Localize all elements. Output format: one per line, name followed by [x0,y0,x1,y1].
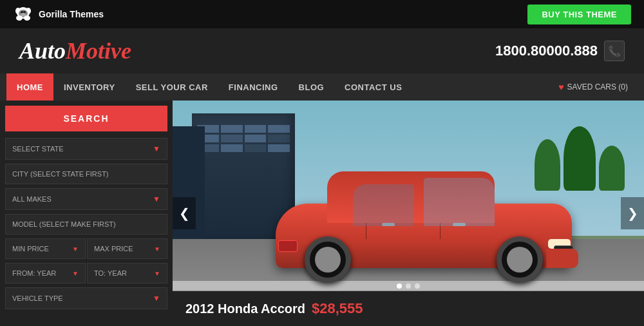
slider-dots [397,283,420,289]
main-content: SEARCH SELECT STATE ▼ CITY (SELECT STATE… [0,101,644,326]
vehicle-type-arrow-icon: ▼ [153,294,160,303]
wheel-right [497,236,543,283]
city-select[interactable]: CITY (SELECT STATE FIRST) [5,164,167,184]
car-price: $28,555 [312,300,363,317]
vehicle-type-label: VEHICLE TYPE [12,294,63,302]
nav-item-sell-your-car[interactable]: SELL YOUR CAR [126,73,218,101]
logo-motive: Motive [66,38,131,64]
topbar: Gorilla Themes BUY THIS THEME [0,0,644,28]
nav-item-blog[interactable]: BLOG [289,73,335,101]
state-select[interactable]: SELECT STATE ▼ [5,138,167,160]
windshield-front [424,178,495,226]
topbar-logo: Gorilla Themes [13,4,104,24]
to-year-select[interactable]: TO: YEAR ▼ [87,263,167,283]
min-price-select[interactable]: MIN PRICE ▼ [5,238,86,259]
phone-area: 1800.80000.888 📞 [495,41,625,61]
from-year-select[interactable]: FROM: YEAR ▼ [5,263,86,283]
saved-cars[interactable]: ♥ SAVED CARS (0) [558,82,638,92]
min-price-arrow-icon: ▼ [72,245,79,253]
front-bumper [546,249,578,268]
year-row: FROM: YEAR ▼ TO: YEAR ▼ [5,263,167,283]
phone-number: 1800.80000.888 [495,43,598,59]
max-price-arrow-icon: ▼ [154,245,160,253]
make-select[interactable]: ALL MAKES ▼ [5,188,167,210]
price-row: MIN PRICE ▼ MAX PRICE ▼ [5,238,167,259]
max-price-label: MAX PRICE [94,245,133,253]
to-year-arrow-icon: ▼ [154,270,160,277]
from-year-label: FROM: YEAR [12,269,56,277]
slider-arrow-left[interactable]: ❮ [173,197,196,229]
logo: AutoMotive [19,37,131,64]
windshield-back [353,184,414,226]
nav-item-home[interactable]: HOME [6,73,53,101]
slider-dot-1[interactable] [397,283,402,289]
city-label: CITY (SELECT STATE FIRST) [12,170,109,178]
make-label: ALL MAKES [12,195,52,203]
from-year-arrow-icon: ▼ [72,270,79,277]
gorilla-icon [13,4,33,24]
wheel-left-hubcap [315,247,341,273]
tree-3 [599,146,625,191]
nav-item-contact-us[interactable]: CONTACT US [334,73,412,101]
topbar-brand-text: Gorilla Themes [39,9,104,19]
slider-dot-3[interactable] [415,283,420,289]
featured-car [269,155,578,284]
model-select[interactable]: MODEL (SELECT MAKE FIRST) [5,214,167,235]
phone-icon: 📞 [604,41,625,61]
car-title: 2012 Honda Accord [185,302,305,316]
tail-light [278,240,298,252]
nav-items: HOME INVENTORY SELL YOUR CAR FINANCING B… [6,73,412,101]
wheel-right-hubcap [507,247,533,273]
min-price-label: MIN PRICE [12,245,49,253]
vehicle-type-select[interactable]: VEHICLE TYPE ▼ [5,287,167,309]
slider-caption: 2012 Honda Accord $28,555 [173,291,644,326]
to-year-label: TO: YEAR [94,269,127,277]
saved-cars-label: SAVED CARS (0) [567,82,628,91]
navbar: HOME INVENTORY SELL YOUR CAR FINANCING B… [0,73,644,101]
svg-point-8 [24,15,30,21]
sidebar: SEARCH SELECT STATE ▼ CITY (SELECT STATE… [0,101,173,326]
nav-item-financing[interactable]: FINANCING [218,73,289,101]
slider-arrow-right[interactable]: ❯ [621,197,644,229]
buy-theme-button[interactable]: BUY THIS THEME [527,5,631,24]
header: AutoMotive 1800.80000.888 📞 [0,28,644,73]
svg-point-7 [16,15,23,21]
search-button[interactable]: SEARCH [5,106,167,131]
state-label: SELECT STATE [12,145,63,153]
heart-icon: ♥ [558,82,564,92]
wheel-left [305,236,351,283]
make-arrow-icon: ▼ [153,195,160,204]
state-arrow-icon: ▼ [153,144,160,153]
max-price-select[interactable]: MAX PRICE ▼ [87,238,167,259]
model-label: MODEL (SELECT MAKE FIRST) [12,220,116,228]
logo-auto: Auto [19,38,66,64]
slider-dot-2[interactable] [406,283,411,289]
nav-item-inventory[interactable]: INVENTORY [53,73,126,101]
image-slider: ❮ ❯ 2012 Honda Accord $28,555 [173,101,644,326]
